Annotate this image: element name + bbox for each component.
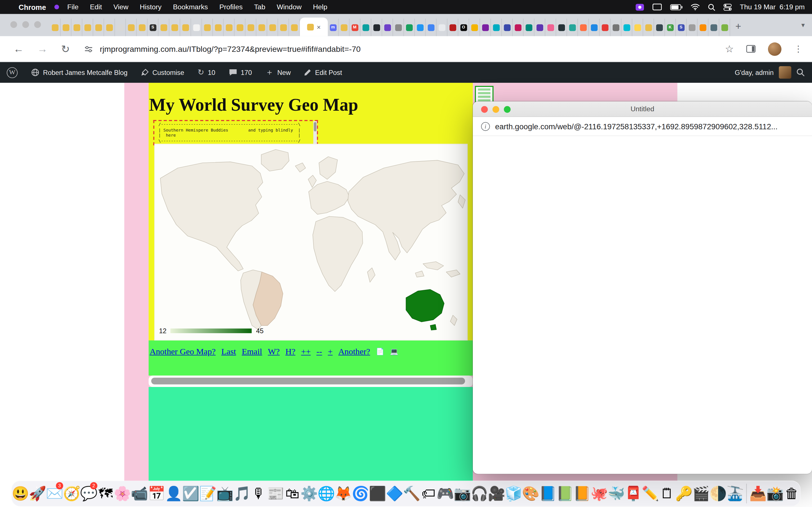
browser-tab[interactable] — [643, 18, 654, 36]
dock-item-messages[interactable]: 💬2 — [80, 482, 98, 505]
dock-item-editor[interactable]: ✏️ — [642, 482, 659, 505]
dock-item-settings[interactable]: ⚙️ — [301, 482, 318, 505]
profile-avatar[interactable] — [768, 42, 781, 56]
browser-tab[interactable] — [213, 18, 224, 36]
browser-tab[interactable] — [278, 18, 289, 36]
horizontal-scrollbar-thumb[interactable] — [151, 378, 465, 385]
reload-button[interactable]: ↻ — [61, 43, 70, 55]
browser-tab[interactable]: S — [147, 18, 158, 36]
bookmark-star-icon[interactable]: ☆ — [725, 43, 733, 55]
textarea-scrollbar[interactable] — [313, 121, 317, 145]
browser-tab[interactable] — [382, 18, 393, 36]
browser-tab[interactable] — [513, 18, 523, 36]
minimize-window-button[interactable] — [493, 106, 499, 113]
wifi-icon[interactable] — [691, 4, 700, 10]
browser-tab[interactable]: O — [458, 18, 469, 36]
url-text[interactable]: rjmprogramming.com.au/ITblog/?p=72374&pr… — [100, 44, 361, 54]
footer-link-icon[interactable]: 📄 — [376, 348, 384, 356]
browser-tab[interactable] — [469, 18, 480, 36]
browser-tab[interactable] — [93, 18, 104, 36]
browser-tab[interactable] — [158, 18, 169, 36]
dock-item-trash[interactable]: 🗑 — [783, 482, 800, 505]
dock-item-mail[interactable]: ✉️3 — [46, 482, 63, 505]
browser-tab[interactable] — [589, 18, 600, 36]
dock-item-maps[interactable]: 🗺 — [97, 482, 114, 505]
dock-item-launchpad[interactable]: 🚀 — [29, 482, 46, 505]
browser-tab[interactable]: K — [665, 18, 676, 36]
active-app-name[interactable]: Chrome — [18, 3, 46, 11]
dock-item-shade[interactable]: 🌗 — [710, 482, 727, 505]
browser-tab[interactable] — [523, 18, 535, 36]
dock-item-video[interactable]: 🎥 — [488, 482, 505, 505]
dock-item-vlc[interactable]: 🎬 — [693, 482, 710, 505]
dock-item-games[interactable]: 🎮 — [437, 482, 454, 505]
browser-tab[interactable] — [654, 18, 665, 36]
footer-link[interactable]: + — [328, 347, 333, 357]
browser-tab[interactable] — [632, 18, 644, 36]
close-window-button[interactable] — [481, 106, 488, 113]
footer-link[interactable]: Last — [221, 347, 236, 357]
footer-link-icon[interactable]: 💻 — [390, 348, 398, 356]
earth-titlebar[interactable]: Untitled — [473, 101, 812, 117]
browser-tab[interactable]: m — [328, 18, 339, 36]
browser-tab[interactable] — [191, 18, 202, 36]
footer-link[interactable]: W? — [268, 347, 280, 357]
browser-tab[interactable] — [556, 18, 567, 36]
browser-tab[interactable] — [339, 18, 350, 36]
dock-item-reminders[interactable]: ☑️ — [182, 482, 199, 505]
browser-tab[interactable] — [180, 18, 191, 36]
world-map[interactable] — [155, 144, 467, 340]
footer-link[interactable]: ++ — [301, 347, 311, 357]
dock-item-xcode[interactable]: 🔨 — [403, 482, 420, 505]
dock-item-calendar[interactable]: 📅 — [148, 482, 165, 505]
browser-tab[interactable] — [545, 18, 556, 36]
browser-tab[interactable]: M — [350, 18, 361, 36]
browser-tab[interactable] — [371, 18, 382, 36]
dock-item-passwords[interactable]: 🔑 — [675, 482, 693, 505]
dock-item-finder[interactable]: 😃 — [12, 482, 29, 505]
earth-url-text[interactable]: earth.google.com/web/@-2116.197258135337… — [495, 122, 777, 131]
dock-item-chrome[interactable]: 🌐 — [318, 482, 335, 505]
browser-tab[interactable] — [82, 18, 93, 36]
side-panel-icon[interactable] — [746, 45, 756, 53]
browser-tab[interactable] — [61, 18, 71, 36]
admin-avatar[interactable] — [779, 66, 791, 78]
browser-tab[interactable] — [621, 18, 632, 36]
dock-item-notion[interactable]: 🗒 — [659, 482, 675, 505]
zoom-window-button[interactable] — [504, 106, 511, 113]
earth-url-bar[interactable]: i earth.google.com/web/@-2116.1972581353… — [473, 117, 812, 136]
updates-menu[interactable]: ↻ 10 — [191, 62, 222, 82]
browser-tab[interactable] — [611, 18, 622, 36]
tab-search-chevron-icon[interactable]: ▾ — [801, 21, 805, 29]
info-icon[interactable]: i — [481, 122, 490, 131]
chrome-menu-icon[interactable]: ⋮ — [794, 43, 803, 54]
dock-item-tv[interactable]: 📺 — [216, 482, 234, 505]
dock-item-word[interactable]: 📘 — [539, 482, 557, 505]
dock-item-contacts[interactable]: 👤 — [165, 482, 183, 505]
browser-tab[interactable] — [426, 18, 437, 36]
site-info-icon[interactable] — [84, 45, 93, 53]
dock-item-app-store[interactable]: 🛍 — [284, 482, 301, 505]
customize-menu[interactable]: Customise — [134, 62, 191, 82]
browser-tab[interactable] — [289, 18, 300, 36]
menu-item-history[interactable]: History — [140, 3, 161, 11]
browser-tab[interactable] — [393, 18, 404, 36]
footer-link[interactable]: Another? — [338, 347, 370, 357]
dock-item-photos[interactable]: 🌸 — [114, 482, 131, 505]
spotlight-search-icon[interactable] — [708, 3, 715, 11]
browser-tab[interactable] — [491, 18, 502, 36]
browser-tab[interactable] — [223, 18, 235, 36]
zoom-window-button[interactable] — [34, 21, 41, 28]
browser-tab[interactable] — [567, 18, 578, 36]
back-button[interactable]: ← — [13, 43, 24, 55]
browser-tab[interactable] — [246, 18, 257, 36]
browser-tab[interactable] — [687, 18, 698, 36]
dock-item-terminal[interactable]: ⬛ — [369, 482, 386, 505]
howdy-greeting[interactable]: G'day, admin — [735, 68, 774, 76]
browser-tab[interactable] — [50, 18, 61, 36]
new-content-menu[interactable]: ＋ New — [259, 62, 297, 82]
browser-tab[interactable] — [360, 18, 371, 36]
dock-item-docker[interactable]: 🐳 — [608, 482, 625, 505]
admin-search-icon[interactable] — [797, 68, 812, 76]
minimize-window-button[interactable] — [22, 21, 29, 28]
